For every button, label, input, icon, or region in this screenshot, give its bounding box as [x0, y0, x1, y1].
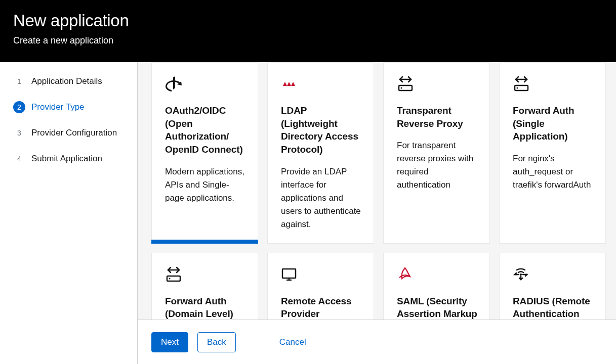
wizard-steps-sidebar: 1 Application Details 2 Provider Type 3 … — [0, 62, 138, 364]
provider-card-forward-auth-single[interactable]: Forward Auth (Single Application) For ng… — [499, 62, 606, 244]
step-number: 1 — [13, 75, 25, 87]
radius-icon — [513, 265, 594, 284]
card-title: RADIUS (Remote Authentication — [513, 295, 594, 320]
provider-cards-grid: OAuth2/OIDC (Open Authorization/ OpenID … — [138, 62, 606, 320]
oidc-icon — [165, 75, 247, 93]
cancel-button[interactable]: Cancel — [270, 333, 315, 352]
page-title: New application — [13, 11, 603, 30]
card-title: OAuth2/OIDC (Open Authorization/ OpenID … — [165, 104, 247, 156]
step-number: 2 — [13, 101, 25, 113]
step-number: 4 — [13, 153, 25, 165]
proxy-icon — [165, 265, 247, 284]
svg-point-3 — [517, 87, 518, 89]
provider-card-transparent-proxy[interactable]: Transparent Reverse Proxy For transparen… — [383, 62, 490, 244]
proxy-icon — [397, 75, 478, 93]
page-subtitle: Create a new application — [13, 35, 603, 46]
step-label: Submit Application — [31, 154, 102, 164]
saml-icon — [397, 265, 478, 284]
wizard-footer: Next Back Cancel — [138, 320, 616, 364]
back-button[interactable]: Back — [197, 332, 236, 352]
card-title: Transparent Reverse Proxy — [397, 104, 478, 130]
card-title: Forward Auth (Single Application) — [513, 104, 594, 143]
next-button[interactable]: Next — [151, 332, 188, 352]
step-provider-configuration[interactable]: 3 Provider Configuration — [0, 123, 137, 143]
card-description: Modern applications, APIs and Single-pag… — [165, 165, 247, 205]
svg-point-5 — [169, 278, 171, 279]
step-number: 3 — [13, 127, 25, 139]
main-content: OAuth2/OIDC (Open Authorization/ OpenID … — [138, 62, 616, 364]
proxy-icon — [513, 75, 594, 93]
svg-point-7 — [520, 274, 522, 276]
card-description: For nginx's auth_request or traefik's fo… — [513, 152, 594, 192]
step-label: Provider Configuration — [31, 128, 117, 138]
provider-card-forward-auth-domain[interactable]: Forward Auth (Domain Level) — [151, 253, 258, 320]
provider-card-ldap[interactable]: LDAP (Lightweight Directory Access Proto… — [267, 62, 374, 244]
provider-card-radius[interactable]: RADIUS (Remote Authentication — [499, 253, 606, 320]
card-title: SAML (Security Assertion Markup — [397, 295, 478, 320]
page-header: New application Create a new application — [0, 0, 616, 62]
step-label: Application Details — [31, 76, 102, 86]
monitor-icon — [281, 265, 362, 284]
svg-rect-6 — [282, 269, 296, 278]
step-submit-application[interactable]: 4 Submit Application — [0, 149, 137, 169]
card-description: Provide an LDAP interface for applicatio… — [281, 165, 362, 231]
ldap-icon — [281, 75, 362, 93]
card-description: For transparent reverse proxies with req… — [397, 139, 478, 192]
step-provider-type[interactable]: 2 Provider Type — [0, 97, 137, 117]
provider-card-saml[interactable]: SAML (Security Assertion Markup — [383, 253, 490, 320]
step-application-details[interactable]: 1 Application Details — [0, 71, 137, 92]
card-title: Remote Access Provider — [281, 295, 362, 320]
card-title: LDAP (Lightweight Directory Access Proto… — [281, 104, 362, 156]
provider-card-oauth2-oidc[interactable]: OAuth2/OIDC (Open Authorization/ OpenID … — [151, 62, 258, 244]
step-label: Provider Type — [31, 102, 85, 112]
svg-point-1 — [401, 87, 402, 89]
provider-card-remote-access[interactable]: Remote Access Provider — [267, 253, 374, 320]
card-title: Forward Auth (Domain Level) — [165, 295, 247, 320]
